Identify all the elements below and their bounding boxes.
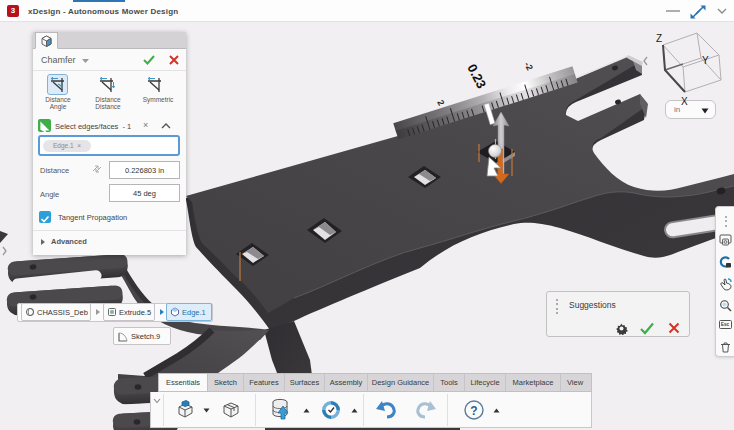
svg-text:Y: Y bbox=[702, 55, 709, 66]
svg-text:Z: Z bbox=[656, 33, 662, 44]
svg-text:?: ? bbox=[470, 404, 477, 418]
svg-text:X: X bbox=[681, 96, 688, 107]
